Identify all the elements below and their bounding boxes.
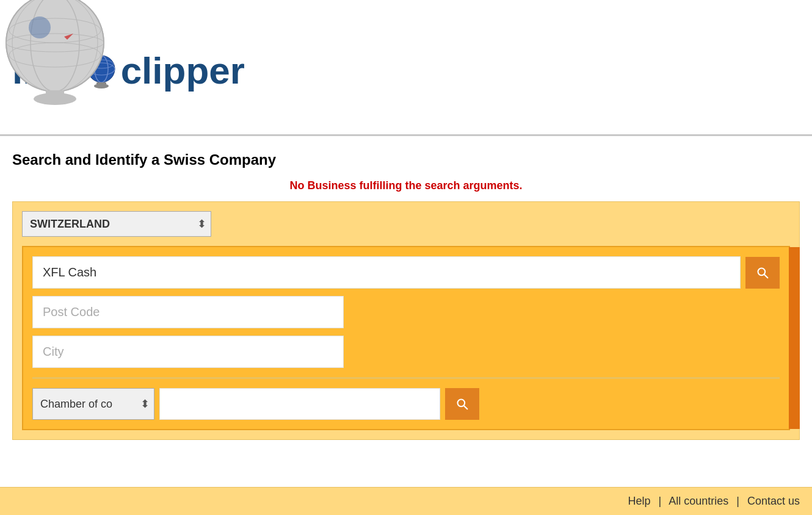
chamber-text-input[interactable] xyxy=(159,388,440,420)
header: info clipper xyxy=(0,0,812,134)
country-select-row: SWITZERLAND GERMANY FRANCE AUSTRIA ⬍ xyxy=(22,211,790,246)
company-name-input[interactable] xyxy=(32,256,741,289)
separator-1: | xyxy=(658,495,661,507)
company-search-button[interactable] xyxy=(745,257,780,289)
footer-bar: Help | All countries | Contact us xyxy=(0,487,812,515)
logo-clipper: clipper xyxy=(121,49,245,92)
error-message: No Business fulfilling the search argume… xyxy=(0,175,812,201)
svg-point-8 xyxy=(34,93,76,105)
header-divider xyxy=(0,134,812,136)
logo-container: info clipper xyxy=(12,49,245,92)
chamber-search-button[interactable] xyxy=(445,388,479,420)
all-countries-link[interactable]: All countries xyxy=(669,495,728,507)
globe-large-icon xyxy=(0,0,116,112)
separator-2: | xyxy=(736,495,739,507)
svg-point-9 xyxy=(29,16,51,38)
search-container: SWITZERLAND GERMANY FRANCE AUSTRIA ⬍ xyxy=(12,201,800,440)
company-search-row xyxy=(32,256,780,289)
country-select-wrapper[interactable]: SWITZERLAND GERMANY FRANCE AUSTRIA ⬍ xyxy=(22,211,211,237)
section-divider xyxy=(32,377,780,379)
post-code-input[interactable] xyxy=(32,296,344,328)
search-icon-2 xyxy=(456,395,468,412)
contact-us-link[interactable]: Contact us xyxy=(747,495,800,507)
city-input[interactable] xyxy=(32,336,344,368)
search-icon xyxy=(756,264,769,281)
svg-line-20 xyxy=(464,406,467,409)
right-orange-bar xyxy=(789,247,800,429)
chamber-select-wrapper[interactable]: Chamber of co All chambers ⬍ xyxy=(32,388,154,420)
page-title: Search and Identify a Swiss Company xyxy=(0,142,812,175)
help-link[interactable]: Help xyxy=(628,495,650,507)
inner-search-box: Chamber of co All chambers ⬍ xyxy=(22,246,790,430)
chamber-select[interactable]: Chamber of co All chambers xyxy=(32,388,154,420)
country-select[interactable]: SWITZERLAND GERMANY FRANCE AUSTRIA xyxy=(22,211,211,237)
chamber-row: Chamber of co All chambers ⬍ xyxy=(32,388,780,420)
svg-line-18 xyxy=(764,274,767,277)
